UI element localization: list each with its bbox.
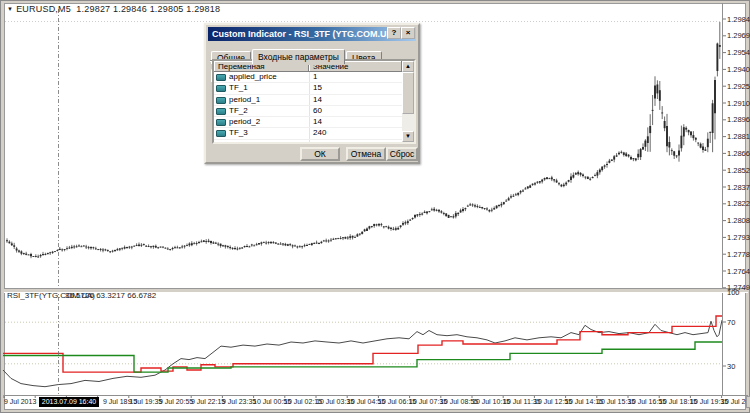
column-divider [309, 128, 310, 138]
price-axis-separator [722, 3, 723, 395]
param-type-icon [216, 85, 226, 92]
tab-vhodnye-parametry[interactable]: Входные параметры [252, 49, 345, 64]
price-axis-label: 1.28665 [727, 150, 750, 157]
price-axis-label: 1.28810 [727, 133, 750, 140]
help-button[interactable]: ? [387, 27, 401, 39]
param-row-period_3[interactable]: period_314 [214, 140, 402, 144]
time-axis-separator [4, 395, 748, 396]
price-axis-label: 1.29840 [727, 16, 750, 23]
time-axis-label: 9 Jul 2013 [4, 398, 36, 405]
price-axis-label: 1.29545 [727, 49, 750, 56]
indicator-axis-label: 70 [727, 319, 735, 326]
reset-button[interactable]: Сброс [386, 147, 418, 161]
price-axis-label: 1.29250 [727, 83, 750, 90]
param-name: period_3 [229, 140, 260, 144]
param-row-applied_price[interactable]: applied_price1 [214, 72, 402, 83]
price-axis-label: 1.27640 [727, 268, 750, 275]
column-divider [309, 106, 310, 116]
param-row-TF_3[interactable]: TF_3240 [214, 128, 402, 139]
scrollbar-thumb[interactable] [402, 72, 414, 114]
param-type-icon [216, 74, 226, 81]
param-type-icon [216, 130, 226, 137]
column-divider [309, 140, 310, 144]
param-row-period_1[interactable]: period_114 [214, 95, 402, 106]
param-type-icon [216, 119, 226, 126]
time-axis-label: 9 Jul 20:55 [159, 398, 193, 405]
param-value[interactable]: 14 [313, 140, 322, 144]
price-axis-label: 1.28080 [727, 217, 750, 224]
ohlc-values: 1.29827 1.29846 1.29805 1.29818 [76, 4, 220, 14]
scroll-down-icon[interactable]: ▼ [402, 131, 414, 142]
ok-button[interactable]: ОК [300, 147, 340, 161]
param-name: TF_1 [229, 83, 248, 93]
param-name: period_2 [229, 117, 260, 127]
time-axis-label: 9 Jul 19:35 [128, 398, 162, 405]
symbol-period-label: EURUSD,M5 [16, 4, 71, 14]
column-divider [309, 117, 310, 127]
param-value[interactable]: 14 [313, 117, 322, 127]
chart-ohlc-title: ▼EURUSD,M5 1.29827 1.29846 1.29805 1.298… [7, 4, 220, 14]
param-type-icon [216, 108, 226, 115]
param-name: period_1 [229, 95, 260, 105]
param-row-TF_2[interactable]: TF_260 [214, 106, 402, 117]
price-axis-label: 1.27785 [727, 251, 750, 258]
time-axis-label: 9 Jul 23:35 [222, 398, 256, 405]
cancel-button[interactable]: Отмена [346, 147, 386, 161]
price-axis-label: 1.29105 [727, 100, 750, 107]
column-divider [309, 83, 310, 93]
column-divider [309, 95, 310, 105]
price-axis-label: 1.28225 [727, 200, 750, 207]
selected-time-badge: 2013.07.09 16:40 [39, 397, 99, 407]
price-axis-label: 1.28370 [727, 184, 750, 191]
price-axis-label: 1.28520 [727, 167, 750, 174]
param-value[interactable]: 15 [313, 83, 322, 93]
mt4-chart-window: ▼EURUSD,M5 1.29827 1.29846 1.29805 1.298… [0, 0, 750, 413]
axis-corner-box [746, 396, 750, 408]
price-axis-label: 1.29400 [727, 66, 750, 73]
column-divider [309, 72, 310, 82]
param-type-icon [216, 97, 226, 104]
param-value[interactable]: 60 [313, 106, 322, 116]
time-axis-label: 9 Jul 22:15 [191, 398, 225, 405]
param-row-period_2[interactable]: period_214 [214, 117, 402, 128]
price-axis-label: 1.27930 [727, 234, 750, 241]
symbol-marker-icon: ▼ [7, 6, 13, 12]
param-name: applied_price [229, 72, 277, 82]
parameters-table: Переменная Значение applied_price1TF_115… [212, 59, 416, 144]
indicator-values-label: 36.5726 63.3217 66.6782 [65, 291, 156, 300]
dialog-tab-strip: ОбщиеВходные параметрыЦветаУровниОтображ… [211, 46, 413, 60]
dialog-title-bar[interactable]: Custom Indicator - RSI_3TF (YTG.COM.UA) [208, 27, 416, 41]
table-scrollbar[interactable]: ▲ ▼ [402, 61, 414, 142]
price-axis-label: 1.29690 [727, 32, 750, 39]
close-icon[interactable]: × [401, 27, 415, 39]
parameter-rows: applied_price1TF_115period_114TF_260peri… [214, 72, 402, 144]
indicator-axis-label: 100 [727, 289, 740, 296]
param-value[interactable]: 14 [313, 95, 322, 105]
custom-indicator-dialog: Custom Indicator - RSI_3TF (YTG.COM.UA) … [204, 23, 420, 164]
param-value[interactable]: 1 [313, 72, 317, 82]
price-axis-label: 1.28960 [727, 116, 750, 123]
indicator-axis-label: 30 [727, 363, 735, 370]
scroll-up-icon[interactable]: ▲ [402, 61, 414, 72]
param-value[interactable]: 240 [313, 128, 326, 138]
param-row-TF_1[interactable]: TF_115 [214, 83, 402, 94]
param-type-icon [216, 142, 226, 144]
param-name: TF_2 [229, 106, 248, 116]
param-name: TF_3 [229, 128, 248, 138]
